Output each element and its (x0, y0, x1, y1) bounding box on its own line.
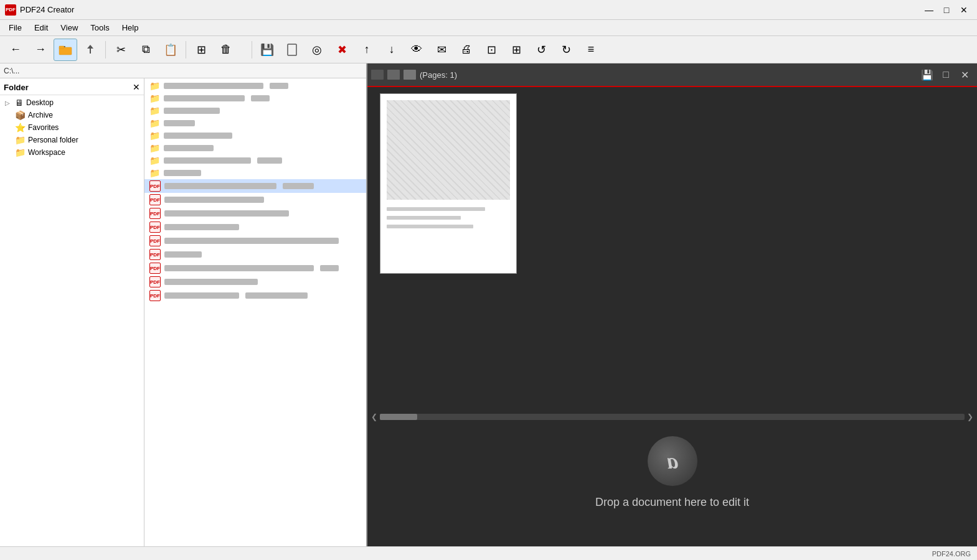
scroll-left-button[interactable]: ❮ (371, 413, 377, 421)
preview-title: (Pages: 1) (371, 70, 457, 80)
close-folder-panel-button[interactable]: ✕ (133, 82, 140, 92)
menu-tools[interactable]: Tools (84, 21, 115, 34)
list-item[interactable]: 📁 (144, 142, 366, 154)
grid2-button[interactable]: ⊞ (504, 39, 528, 61)
tree-label-favorites: Favorites (28, 123, 59, 132)
preview-title-text: (Pages: 1) (420, 70, 457, 80)
single-page-button[interactable] (280, 39, 304, 61)
list-item[interactable]: 📁 (144, 105, 366, 117)
tree-label-personal: Personal folder (28, 136, 78, 144)
toolbar-separator-3 (252, 41, 252, 58)
scroll-thumb[interactable] (380, 414, 417, 420)
pdf-icon: PDF (149, 276, 161, 287)
compress-button[interactable]: ⊡ (479, 39, 503, 61)
tree-item-archive[interactable]: 📦 Archive (0, 109, 144, 121)
file-name (164, 224, 239, 230)
preview-area[interactable]: ❮ ❯ a Drop a document here to edit it (367, 87, 977, 546)
folder-icon: 📁 (149, 81, 160, 91)
thumb-2 (387, 70, 400, 80)
list-item[interactable]: PDF (144, 234, 366, 248)
document-preview (380, 93, 517, 274)
app-icon: PDF (5, 4, 16, 16)
save-button[interactable]: 💾 (255, 39, 279, 61)
folder-icon: 📁 (149, 156, 160, 166)
file-meta (320, 265, 339, 271)
list-item[interactable]: PDF (144, 248, 366, 261)
rotate-left-button[interactable]: ↺ (529, 39, 553, 61)
pdf-icon: PDF (149, 180, 161, 192)
list-item[interactable]: 📁 (144, 154, 366, 167)
menu-help[interactable]: Help (116, 21, 145, 34)
doc-text-1 (387, 207, 485, 211)
remove-page-button[interactable]: ✖ (330, 39, 354, 61)
delete-button[interactable]: 🗑 (214, 39, 238, 61)
preview-scrollbar: ❮ ❯ (367, 412, 977, 422)
path-bar: C:\... (0, 63, 366, 78)
open-folder-button[interactable] (54, 39, 77, 61)
grid-view-button[interactable]: ⊞ (189, 39, 213, 61)
pdf-icon: PDF (149, 222, 161, 233)
toolbar-separator-2 (186, 41, 186, 58)
tree-label-archive: Archive (28, 111, 53, 119)
file-name (164, 145, 214, 151)
preview-save-button[interactable]: 💾 (918, 66, 936, 83)
menu-file[interactable]: File (2, 21, 28, 34)
list-item[interactable]: PDF (144, 220, 366, 234)
list-item[interactable]: 📁 (144, 167, 366, 179)
toolbar: ← → ✂ ⧉ 📋 ⊞ 🗑 💾 ◎ ✖ ↑ ↓ 👁 ✉ 🖨 ⊡ ⊞ ↺ ↻ ≡ (0, 36, 977, 63)
file-meta (283, 183, 314, 189)
print-button[interactable]: 🖨 (455, 39, 478, 61)
up-button[interactable] (78, 39, 102, 61)
move-up-button[interactable]: ↑ (355, 39, 379, 61)
list-item[interactable]: PDF (144, 289, 366, 302)
maximize-button[interactable]: □ (938, 3, 955, 17)
tree-item-workspace[interactable]: 📁 Workspace (0, 146, 144, 159)
forward-button[interactable]: → (29, 39, 52, 61)
rotate-right-button[interactable]: ↻ (554, 39, 578, 61)
align-button[interactable]: ≡ (579, 39, 603, 61)
left-panel: C:\... Folder ✕ ▷ 🖥 Desktop 📦 Archive (0, 63, 367, 546)
list-item[interactable]: PDF (144, 261, 366, 275)
left-split: Folder ✕ ▷ 🖥 Desktop 📦 Archive ⭐ Favorit… (0, 78, 366, 546)
file-name (164, 170, 201, 176)
app-icon-text: PDF (6, 7, 16, 12)
cut-button[interactable]: ✂ (109, 39, 133, 61)
tree-item-desktop[interactable]: ▷ 🖥 Desktop (0, 96, 144, 109)
drop-zone[interactable]: a Drop a document here to edit it (367, 436, 977, 509)
list-item[interactable]: PDF (144, 193, 366, 207)
list-item[interactable]: PDF (144, 275, 366, 289)
folder-icon: 📁 (149, 131, 160, 141)
list-item[interactable]: PDF (144, 179, 366, 193)
back-button[interactable]: ← (4, 39, 27, 61)
tree-item-favorites[interactable]: ⭐ Favorites (0, 121, 144, 134)
email-button[interactable]: ✉ (430, 39, 453, 61)
file-meta (270, 83, 288, 89)
doc-text-2 (387, 216, 461, 220)
favorites-icon: ⭐ (15, 123, 26, 133)
move-down-button[interactable]: ↓ (380, 39, 404, 61)
list-item[interactable]: PDF (144, 207, 366, 220)
pdf-icon: PDF (149, 235, 161, 246)
tree-item-personal[interactable]: 📁 Personal folder (0, 134, 144, 146)
preview-close-button[interactable]: ✕ (956, 66, 973, 83)
file-list: 📁 📁 📁 📁 📁 (144, 78, 366, 546)
scroll-right-button[interactable]: ❯ (967, 413, 973, 421)
list-item[interactable]: 📁 (144, 129, 366, 142)
menu-edit[interactable]: Edit (28, 21, 54, 34)
overlay-button[interactable]: ◎ (305, 39, 329, 61)
file-name (164, 95, 245, 101)
list-item[interactable]: 📁 (144, 92, 366, 105)
copy-button[interactable]: ⧉ (134, 39, 158, 61)
minimize-button[interactable]: — (921, 3, 937, 17)
preview-single-button[interactable]: □ (937, 66, 955, 83)
main-content: C:\... Folder ✕ ▷ 🖥 Desktop 📦 Archive (0, 63, 977, 546)
thumb-3 (404, 70, 416, 80)
list-item[interactable]: 📁 (144, 117, 366, 129)
scroll-track[interactable] (380, 414, 965, 420)
desktop-icon: 🖥 (15, 98, 24, 108)
eye-button[interactable]: 👁 (405, 39, 428, 61)
close-button[interactable]: ✕ (956, 3, 972, 17)
list-item[interactable]: 📁 (144, 80, 366, 92)
menu-view[interactable]: View (54, 21, 84, 34)
paste-button[interactable]: 📋 (159, 39, 182, 61)
